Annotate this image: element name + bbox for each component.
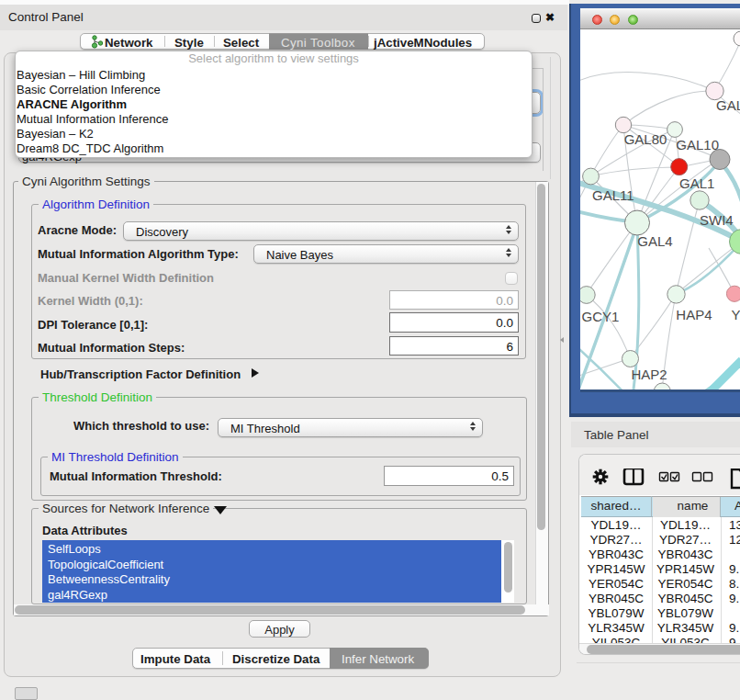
svg-text:GCY1: GCY1 bbox=[582, 309, 620, 324]
svg-text:GAL: GAL bbox=[716, 97, 740, 113]
svg-text:Y: Y bbox=[732, 307, 740, 322]
svg-text:GAL10: GAL10 bbox=[676, 137, 719, 152]
svg-text:HAP4: HAP4 bbox=[676, 307, 712, 322]
svg-text:SWI4: SWI4 bbox=[700, 212, 734, 228]
svg-text:GAL1: GAL1 bbox=[679, 175, 714, 191]
svg-text:HAP2: HAP2 bbox=[632, 367, 667, 382]
svg-text:GAL11: GAL11 bbox=[592, 187, 634, 203]
svg-text:GAL4: GAL4 bbox=[637, 233, 672, 249]
svg-text:GAL80: GAL80 bbox=[624, 131, 667, 147]
